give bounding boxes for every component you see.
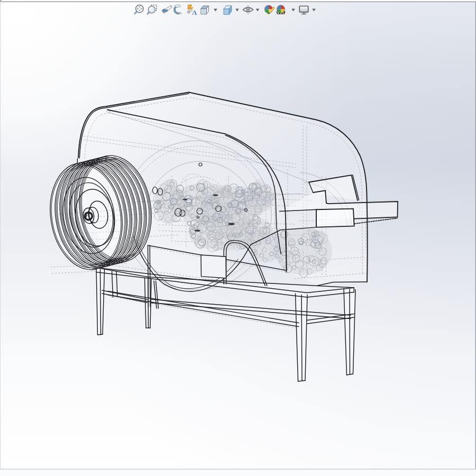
svg-text:A: A: [192, 8, 197, 16]
